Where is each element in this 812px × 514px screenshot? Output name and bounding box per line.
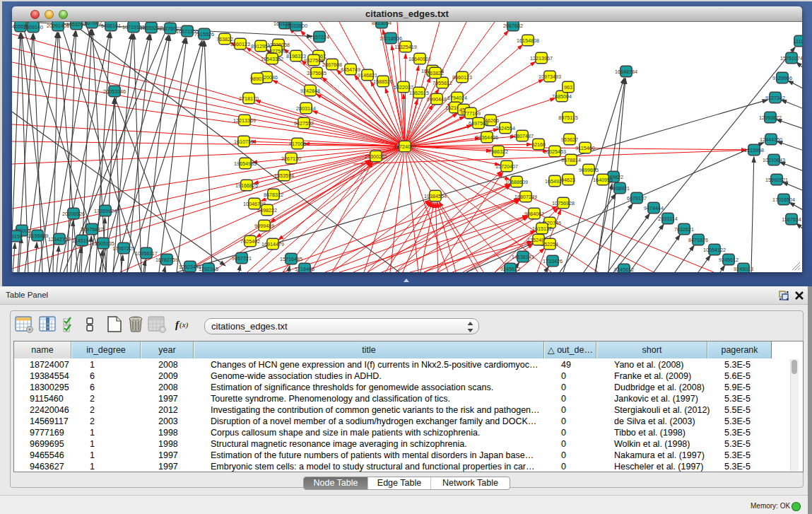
svg-text:10210643: 10210643: [763, 157, 785, 163]
svg-text:9084067: 9084067: [524, 211, 544, 217]
svg-text:953627: 953627: [561, 136, 578, 143]
svg-text:1527602: 1527602: [82, 22, 102, 26]
svg-text:3624554: 3624554: [495, 125, 515, 132]
svg-text:3267130: 3267130: [281, 156, 301, 162]
svg-text:5322037: 5322037: [394, 84, 413, 90]
svg-text:11156829: 11156829: [27, 233, 49, 239]
svg-text:10054122: 10054122: [703, 247, 726, 253]
svg-text:10973493: 10973493: [539, 74, 561, 80]
svg-text:7986322: 7986322: [488, 148, 508, 155]
svg-text:8471876: 8471876: [688, 237, 708, 243]
svg-text:9129966: 9129966: [772, 75, 792, 81]
svg-text:16033800: 16033800: [285, 23, 307, 29]
svg-text:9242848: 9242848: [300, 88, 320, 94]
svg-text:16648784: 16648784: [615, 69, 637, 75]
svg-text:18724007: 18724007: [394, 144, 416, 150]
svg-text:12342757: 12342757: [48, 236, 71, 243]
svg-text:12444150: 12444150: [760, 136, 782, 143]
svg-text:8660123: 8660123: [452, 74, 472, 81]
svg-text:1588520: 1588520: [373, 78, 393, 85]
svg-text:10807487: 10807487: [511, 133, 534, 139]
svg-text:9699695: 9699695: [579, 167, 599, 173]
svg-text:8975115: 8975115: [558, 115, 577, 121]
svg-text:5716485: 5716485: [295, 266, 314, 272]
svg-text:20206526: 20206526: [62, 211, 85, 217]
svg-text:9990448: 9990448: [427, 96, 447, 103]
svg-text:1145194: 1145194: [72, 238, 91, 244]
svg-text:19166825: 19166825: [235, 182, 258, 189]
svg-text:10756928: 10756928: [552, 200, 575, 206]
svg-text:19384554: 19384554: [424, 193, 447, 199]
svg-text:17957225: 17957225: [112, 245, 135, 252]
svg-text:15692921: 15692921: [765, 177, 788, 183]
svg-text:98901: 98901: [250, 76, 264, 82]
svg-text:12093872: 12093872: [759, 115, 782, 121]
svg-text:10025453: 10025453: [543, 148, 566, 155]
svg-text:10688609: 10688609: [505, 179, 528, 185]
svg-text:15720407: 15720407: [495, 163, 518, 170]
svg-text:18640910: 18640910: [408, 56, 431, 62]
svg-text:15716485: 15716485: [280, 256, 302, 262]
svg-text:6497568: 6497568: [469, 120, 488, 127]
svg-text:1167534: 1167534: [782, 216, 801, 223]
svg-text:2087682: 2087682: [503, 23, 523, 29]
svg-text:417006: 417006: [289, 141, 306, 147]
svg-text:1292345: 1292345: [199, 266, 218, 272]
svg-text:8454749: 8454749: [341, 66, 360, 73]
svg-text:62160: 62160: [531, 141, 546, 148]
svg-text:7955812: 7955812: [433, 80, 452, 86]
svg-text:12213967: 12213967: [530, 55, 553, 62]
svg-text:19218506: 19218506: [379, 35, 402, 42]
svg-text:9099489: 9099489: [254, 223, 274, 229]
svg-text:3575685: 3575685: [307, 70, 326, 76]
svg-text:6679137: 6679137: [627, 195, 647, 201]
svg-text:9777169: 9777169: [461, 110, 481, 117]
svg-text:2933114: 2933114: [658, 216, 677, 222]
svg-text:8813054: 8813054: [372, 22, 392, 26]
svg-text:16914479: 16914479: [261, 241, 284, 247]
svg-text:7632621: 7632621: [674, 226, 694, 233]
svg-text:39159: 39159: [12, 233, 23, 240]
svg-text:21364436: 21364436: [476, 134, 498, 141]
svg-text:2803144: 2803144: [296, 105, 316, 112]
svg-text:8196323: 8196323: [286, 53, 306, 59]
svg-text:1615132: 1615132: [532, 226, 552, 232]
svg-text:7625402: 7625402: [240, 238, 260, 245]
svg-text:9474444: 9474444: [644, 205, 664, 211]
svg-text:1215958: 1215958: [744, 147, 764, 153]
svg-text:25300265: 25300265: [365, 153, 387, 160]
svg-text:7357224: 7357224: [310, 34, 329, 40]
svg-text:7485004: 7485004: [552, 93, 572, 100]
svg-text:5498222: 5498222: [257, 207, 277, 214]
svg-text:16782759: 16782759: [155, 257, 178, 263]
svg-text:9245612: 9245612: [614, 267, 634, 272]
svg-text:252254: 252254: [541, 241, 558, 247]
svg-text:1353594: 1353594: [274, 173, 294, 179]
svg-text:9327508: 9327508: [304, 57, 324, 64]
svg-text:17359924: 17359924: [94, 208, 117, 214]
svg-text:9578814: 9578814: [561, 157, 581, 163]
svg-text:11125: 11125: [794, 38, 802, 45]
svg-text:9245013: 9245013: [734, 266, 753, 272]
svg-text:94623: 94623: [561, 177, 575, 183]
svg-text:19654985: 19654985: [234, 160, 257, 167]
svg-text:11325419: 11325419: [394, 44, 416, 50]
svg-text:1610755: 1610755: [234, 139, 254, 145]
svg-text:9115460: 9115460: [575, 145, 594, 151]
svg-text:1640955: 1640955: [593, 177, 613, 183]
svg-text:10958117: 10958117: [135, 250, 157, 257]
svg-text:6466161: 6466161: [101, 23, 121, 29]
svg-text:9457721: 9457721: [232, 255, 252, 262]
svg-text:8938921: 8938921: [610, 185, 630, 192]
svg-text:2718170: 2718170: [239, 95, 259, 102]
svg-text:9245612: 9245612: [719, 257, 739, 263]
svg-text:10543362: 10543362: [261, 56, 283, 62]
svg-text:16154808: 16154808: [517, 37, 539, 44]
svg-text:9427552: 9427552: [294, 120, 314, 127]
svg-text:15751074: 15751074: [780, 55, 802, 62]
svg-text:(x): (x): [180, 320, 189, 329]
svg-text:2367608: 2367608: [322, 62, 342, 68]
svg-text:9227342: 9227342: [765, 95, 785, 101]
svg-text:1362615: 1362615: [409, 90, 429, 96]
svg-text:8678312: 8678312: [264, 192, 283, 198]
